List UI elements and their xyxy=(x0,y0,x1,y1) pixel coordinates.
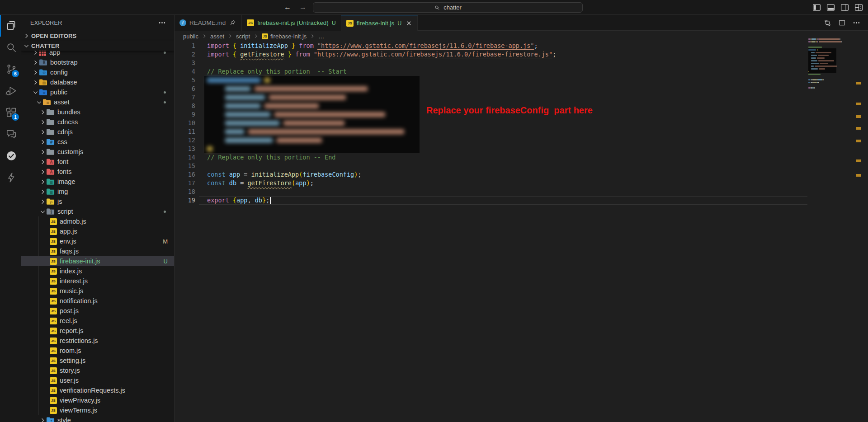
tree-item-app-js[interactable]: JSapp.js xyxy=(21,226,174,236)
tree-item-cdnjs[interactable]: cdnjs xyxy=(21,127,174,137)
tree-item-label: script xyxy=(57,208,73,215)
tree-item-customjs[interactable]: customjs xyxy=(21,147,174,157)
activitybar-lightning[interactable] xyxy=(0,167,21,188)
tree-item-restrictions-js[interactable]: JSrestrictions.js xyxy=(21,336,174,346)
code-line-10[interactable]: 10 xyxy=(175,119,868,127)
tree-item-report-js[interactable]: JSreport.js xyxy=(21,326,174,336)
activitybar-check-circle[interactable] xyxy=(0,145,21,167)
tree-item-viewTerms-js[interactable]: JSviewTerms.js xyxy=(21,405,174,415)
tree-item-music-js[interactable]: JSmusic.js xyxy=(21,286,174,296)
project-section[interactable]: CHATTER xyxy=(21,41,174,51)
code-line-16[interactable]: 16const app = initializeApp(firebaseConf… xyxy=(175,170,868,179)
activitybar-extensions[interactable]: 1 xyxy=(0,102,21,123)
tree-item-interest-js[interactable]: JSinterest.js xyxy=(21,276,174,286)
split-editor-icon[interactable] xyxy=(838,19,846,27)
tree-item-image[interactable]: ▦image xyxy=(21,177,174,187)
code-line-5[interactable]: 5 xyxy=(175,76,868,84)
activitybar-run-debug[interactable] xyxy=(0,80,21,102)
code-line-11[interactable]: 11 xyxy=(175,127,868,136)
tree-item-fonts[interactable]: Afonts xyxy=(21,167,174,177)
pin-icon[interactable] xyxy=(230,19,236,26)
line-number: 2 xyxy=(175,50,195,59)
open-editors-section[interactable]: OPEN EDITORS xyxy=(21,31,174,41)
tab-firebase-init-js[interactable]: JSfirebase-init.jsU xyxy=(341,15,418,31)
activitybar-search[interactable] xyxy=(0,37,21,58)
code-line-19[interactable]: 19export {app, db}; xyxy=(175,196,868,205)
tree-item-viewPrivacy-js[interactable]: JSviewPrivacy.js xyxy=(21,395,174,405)
toggle-secondary-sidebar-icon[interactable] xyxy=(840,2,849,12)
toggle-panel-icon[interactable] xyxy=(826,2,835,12)
code-line-14[interactable]: 14// Replace only this portion -- End xyxy=(175,153,868,162)
git-changes-dot xyxy=(164,211,166,213)
activitybar-source-control[interactable]: 6 xyxy=(0,58,21,80)
code-editor[interactable]: Replace your firebaseConfig part here 1i… xyxy=(175,15,868,422)
tree-item-label: public xyxy=(50,89,67,96)
back-icon[interactable]: ← xyxy=(284,3,291,11)
code-line-13[interactable]: 13 xyxy=(175,145,868,153)
code-line-7[interactable]: 7 xyxy=(175,93,868,102)
code-line-6[interactable]: 6 xyxy=(175,84,868,93)
tree-item-cdncss[interactable]: cdncss xyxy=(21,117,174,127)
code-line-1[interactable]: 1import { initializeApp } from "https://… xyxy=(175,42,868,50)
tree-item-index-js[interactable]: JSindex.js xyxy=(21,266,174,276)
command-center-search[interactable]: chatter xyxy=(313,2,583,13)
more-actions-icon[interactable] xyxy=(158,19,166,27)
svg-text:≡: ≡ xyxy=(46,101,49,105)
tree-item-label: reel.js xyxy=(60,317,77,324)
tree-item-asset[interactable]: ≡asset xyxy=(21,97,174,107)
tree-item-setting-js[interactable]: JSsetting.js xyxy=(21,356,174,366)
tree-item-css[interactable]: #css xyxy=(21,137,174,147)
toggle-primary-sidebar-icon[interactable] xyxy=(811,2,821,12)
tree-item-js[interactable]: JSjs xyxy=(21,197,174,206)
tree-item-font[interactable]: Afont xyxy=(21,157,174,167)
chevron-right-icon xyxy=(39,417,46,422)
git-status-badge: U xyxy=(164,258,168,265)
tree-item-label: asset xyxy=(54,98,70,106)
javascript-file-icon: JS xyxy=(50,288,57,295)
tree-item-room-js[interactable]: JSroom.js xyxy=(21,346,174,356)
tree-item-reel-js[interactable]: JSreel.js xyxy=(21,316,174,326)
minimap[interactable] xyxy=(807,38,855,137)
code-line-4[interactable]: 4// Replace only this portion -- Start xyxy=(175,67,868,76)
folder-icon: ✦ xyxy=(46,417,55,422)
tree-item-label: admob.js xyxy=(60,218,86,225)
tree-item-story-js[interactable]: JSstory.js xyxy=(21,366,174,375)
tree-item-notification-js[interactable]: JSnotification.js xyxy=(21,296,174,306)
tree-item-bootstrap[interactable]: Bbootstrap xyxy=(21,57,174,67)
tree-item-database[interactable]: ▤database xyxy=(21,77,174,87)
tree-item-label: index.js xyxy=(60,267,82,275)
open-changes-icon[interactable] xyxy=(824,19,831,27)
chevron-right-icon xyxy=(39,198,46,205)
tree-item-post-js[interactable]: JSpost.js xyxy=(21,306,174,316)
activitybar-comments[interactable] xyxy=(0,123,21,145)
code-line-18[interactable]: 18 xyxy=(175,188,868,196)
tree-item-verificationRequests-js[interactable]: JSverificationRequests.js xyxy=(21,385,174,395)
tree-item-public[interactable]: ⊕public xyxy=(21,87,174,97)
forward-icon[interactable]: → xyxy=(299,3,307,11)
code-line-15[interactable]: 15 xyxy=(175,162,868,170)
chevron-right-icon xyxy=(39,128,46,136)
code-line-17[interactable]: 17const db = getFirestore(app); xyxy=(175,179,868,188)
code-line-3[interactable]: 3 xyxy=(175,59,868,67)
tree-item-style[interactable]: ✦style xyxy=(21,415,174,422)
tab-firebase-init-js-Untracked-[interactable]: JSfirebase-init.js (Untracked)U xyxy=(242,15,341,31)
folder-icon: ▦ xyxy=(46,188,55,195)
tab-README-md[interactable]: iREADME.md xyxy=(175,15,242,31)
tree-item-faqs-js[interactable]: JSfaqs.js xyxy=(21,246,174,256)
code-line-12[interactable]: 12 xyxy=(175,136,868,145)
code-line-2[interactable]: 2import { getFirestore } from "https://w… xyxy=(175,50,868,59)
javascript-file-icon: JS xyxy=(50,377,57,384)
activitybar-explorer[interactable] xyxy=(0,15,21,37)
tree-item-user-js[interactable]: JSuser.js xyxy=(21,375,174,385)
tree-item-env-js[interactable]: JSenv.jsM xyxy=(21,236,174,246)
close-icon[interactable] xyxy=(406,20,412,27)
tree-item-admob-js[interactable]: JSadmob.js xyxy=(21,216,174,226)
tree-item-bundles[interactable]: bundles xyxy=(21,107,174,117)
customize-layout-icon[interactable] xyxy=(854,2,863,12)
tree-item-firebase-init-js[interactable]: JSfirebase-init.jsU xyxy=(21,256,174,266)
more-actions-icon[interactable] xyxy=(853,19,860,27)
javascript-file-icon: JS xyxy=(50,308,57,314)
tree-item-img[interactable]: ▦img xyxy=(21,187,174,197)
tree-item-config[interactable]: ⚙config xyxy=(21,67,174,77)
tree-item-script[interactable]: §script xyxy=(21,206,174,216)
